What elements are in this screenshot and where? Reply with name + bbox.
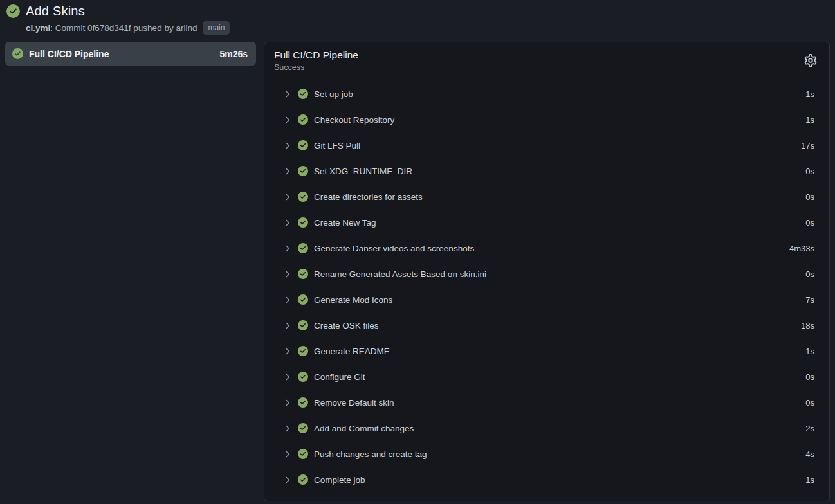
step-duration: 4m33s: [789, 244, 814, 253]
step-duration: 1s: [805, 475, 814, 485]
step-row[interactable]: Generate README 1s: [264, 338, 829, 364]
success-check-circle-icon: [298, 474, 308, 485]
step-row[interactable]: Push changes and create tag 4s: [264, 441, 829, 467]
success-check-circle-icon: [298, 320, 308, 330]
step-duration: 0s: [805, 166, 814, 176]
success-check-circle-icon: [298, 269, 308, 279]
step-name: Git LFS Pull: [314, 141, 801, 150]
success-check-circle-icon: [298, 449, 308, 459]
step-name: Create OSK files: [314, 321, 801, 330]
chevron-right-icon[interactable]: [282, 424, 292, 433]
step-row[interactable]: Configure Git 0s: [264, 364, 829, 390]
step-row[interactable]: Add and Commit changes 2s: [264, 415, 829, 441]
step-duration: 2s: [805, 424, 814, 433]
chevron-right-icon[interactable]: [282, 321, 292, 330]
success-check-circle-icon: [12, 48, 23, 59]
success-check-circle-icon: [298, 294, 308, 305]
chevron-right-icon[interactable]: [282, 192, 292, 202]
step-row[interactable]: Create OSK files 18s: [264, 312, 829, 338]
step-duration: 0s: [805, 192, 814, 202]
success-check-circle-icon: [298, 346, 308, 356]
panel-job-title: Full CI/CD Pipeline: [274, 50, 819, 61]
step-row[interactable]: Set up job 1s: [264, 81, 829, 107]
run-panel: Full CI/CD Pipeline Success Set up job 1…: [264, 42, 830, 501]
step-duration: 1s: [805, 115, 814, 125]
step-name: Generate README: [314, 346, 805, 356]
gear-icon[interactable]: [804, 54, 817, 67]
chevron-right-icon[interactable]: [282, 115, 292, 125]
step-name: Create New Tag: [314, 218, 805, 228]
step-duration: 0s: [805, 398, 814, 408]
success-check-circle-icon: [298, 243, 308, 253]
step-row[interactable]: Git LFS Pull 17s: [264, 132, 829, 158]
step-name: Checkout Repository: [314, 115, 805, 125]
step-name: Add and Commit changes: [314, 424, 805, 433]
step-row[interactable]: Create New Tag 0s: [264, 210, 829, 235]
step-name: Push changes and create tag: [314, 449, 805, 459]
step-row[interactable]: Generate Mod Icons 7s: [264, 287, 829, 312]
chevron-right-icon[interactable]: [282, 449, 292, 459]
step-row[interactable]: Create directories for assets 0s: [264, 184, 829, 210]
step-name: Set up job: [314, 89, 805, 99]
step-row[interactable]: Complete job 1s: [264, 467, 829, 492]
chevron-right-icon[interactable]: [282, 89, 292, 99]
step-name: Configure Git: [314, 372, 805, 382]
run-title: Add Skins: [26, 4, 85, 19]
step-row[interactable]: Remove Default skin 0s: [264, 390, 829, 415]
workflow-file-name: ci.yml: [26, 23, 50, 33]
chevron-right-icon[interactable]: [282, 141, 292, 150]
step-name: Complete job: [314, 475, 805, 485]
steps-list: Set up job 1s Checkout Repository 1s G: [264, 78, 829, 498]
success-check-circle-icon: [298, 397, 308, 408]
job-duration: 5m26s: [219, 49, 248, 59]
step-row[interactable]: Generate Danser videos and screenshots 4…: [264, 235, 829, 261]
job-list-item[interactable]: Full CI/CD Pipeline 5m26s: [5, 42, 256, 66]
step-name: Generate Danser videos and screenshots: [314, 244, 789, 253]
step-name: Rename Generated Assets Based on skin.in…: [314, 269, 805, 279]
jobs-sidebar: Full CI/CD Pipeline 5m26s: [5, 42, 256, 66]
step-duration: 0s: [805, 218, 814, 228]
panel-job-status: Success: [274, 63, 819, 72]
chevron-right-icon[interactable]: [282, 218, 292, 228]
success-check-circle-icon: [298, 192, 308, 202]
step-duration: 18s: [801, 321, 814, 330]
success-check-circle-icon: [298, 423, 308, 433]
success-check-circle-icon: [298, 140, 308, 150]
chevron-right-icon[interactable]: [282, 295, 292, 305]
success-check-circle-icon: [298, 166, 308, 176]
chevron-right-icon[interactable]: [282, 269, 292, 279]
step-row[interactable]: Set XDG_RUNTIME_DIR 0s: [264, 158, 829, 184]
chevron-right-icon[interactable]: [282, 346, 292, 356]
step-duration: 1s: [805, 89, 814, 99]
success-check-circle-icon: [298, 114, 308, 125]
commit-info-text: : Commit 0f678d341f pushed by arlind: [50, 23, 197, 33]
step-name: Create directories for assets: [314, 192, 805, 202]
step-row[interactable]: Rename Generated Assets Based on skin.in…: [264, 261, 829, 287]
panel-header: Full CI/CD Pipeline Success: [264, 42, 829, 78]
success-check-circle-icon: [6, 4, 20, 18]
step-duration: 0s: [805, 372, 814, 382]
job-name: Full CI/CD Pipeline: [29, 49, 214, 59]
step-row[interactable]: Checkout Repository 1s: [264, 107, 829, 132]
step-name: Set XDG_RUNTIME_DIR: [314, 166, 805, 176]
success-check-circle-icon: [298, 89, 308, 99]
step-duration: 17s: [801, 141, 814, 150]
chevron-right-icon[interactable]: [282, 398, 292, 408]
run-subtitle: ci.yml: Commit 0f678d341f pushed by arli…: [26, 21, 829, 35]
success-check-circle-icon: [298, 217, 308, 228]
step-name: Generate Mod Icons: [314, 295, 805, 305]
step-duration: 4s: [805, 449, 814, 459]
chevron-right-icon[interactable]: [282, 372, 292, 382]
branch-badge[interactable]: main: [203, 21, 230, 35]
success-check-circle-icon: [298, 372, 308, 382]
step-duration: 0s: [805, 269, 814, 279]
run-header: Add Skins ci.yml: Commit 0f678d341f push…: [0, 0, 835, 35]
step-duration: 7s: [805, 295, 814, 305]
chevron-right-icon[interactable]: [282, 475, 292, 485]
step-name: Remove Default skin: [314, 398, 805, 408]
step-duration: 1s: [805, 346, 814, 356]
chevron-right-icon[interactable]: [282, 244, 292, 253]
chevron-right-icon[interactable]: [282, 166, 292, 176]
